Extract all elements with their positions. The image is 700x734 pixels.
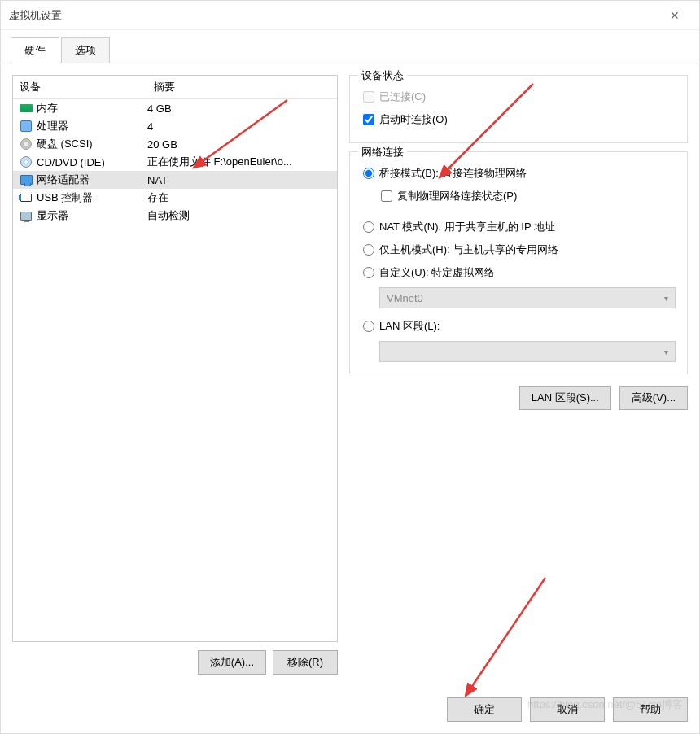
lan-label: LAN 区段(L):: [379, 319, 440, 334]
window-title: 虚拟机设置: [9, 8, 658, 23]
device-summary: 4 GB: [147, 103, 337, 115]
cancel-button[interactable]: 取消: [530, 697, 605, 722]
disk-icon: [18, 138, 34, 151]
device-summary: 20 GB: [147, 138, 337, 151]
usb-icon: [18, 191, 34, 204]
replicate-input[interactable]: [381, 190, 392, 202]
device-label: 网络适配器: [37, 173, 147, 187]
hostonly-radio[interactable]: 仅主机模式(H): 与主机共享的专用网络: [361, 238, 676, 261]
add-button[interactable]: 添加(A)...: [198, 650, 266, 675]
device-label: USB 控制器: [37, 190, 147, 205]
device-row-network[interactable]: 网络适配器 NAT: [13, 171, 337, 189]
device-summary: 正在使用文件 F:\openEuler\o...: [147, 155, 337, 169]
device-label: 显示器: [37, 208, 147, 223]
device-label: 处理器: [37, 119, 147, 133]
connect-on-start-input[interactable]: [363, 114, 374, 125]
close-icon: ✕: [670, 9, 680, 22]
network-connection-group: 网络连接 桥接模式(B): 直接连接物理网络 复制物理网络连接状态(P) NAT…: [349, 151, 688, 374]
custom-vmnet-value: VMnet0: [387, 292, 423, 304]
tab-hardware[interactable]: 硬件: [11, 37, 59, 63]
device-status-group: 设备状态 已连接(C) 启动时连接(O): [349, 75, 688, 143]
chevron-down-icon: ▾: [664, 347, 668, 356]
device-label: 内存: [37, 101, 147, 116]
bridged-input[interactable]: [363, 168, 374, 179]
device-table: 设备 摘要 内存 4 GB 处理器 4 硬盘 (SCSI) 20 GB: [12, 75, 338, 642]
hostonly-label: 仅主机模式(H): 与主机共享的专用网络: [379, 242, 558, 257]
device-summary: NAT: [147, 174, 337, 186]
advanced-button[interactable]: 高级(V)...: [619, 386, 688, 410]
custom-vmnet-select: VMnet0 ▾: [379, 287, 676, 308]
bridged-radio[interactable]: 桥接模式(B): 直接连接物理网络: [361, 162, 676, 185]
device-row-memory[interactable]: 内存 4 GB: [13, 99, 337, 117]
device-label: CD/DVD (IDE): [37, 156, 147, 168]
device-row-disk[interactable]: 硬盘 (SCSI) 20 GB: [13, 135, 337, 153]
ok-button[interactable]: 确定: [447, 697, 522, 722]
device-label: 硬盘 (SCSI): [37, 137, 147, 151]
custom-radio[interactable]: 自定义(U): 特定虚拟网络: [361, 261, 676, 284]
lan-radio[interactable]: LAN 区段(L):: [361, 315, 676, 338]
device-summary: 4: [147, 120, 337, 133]
connected-checkbox: 已连接(C): [361, 85, 676, 108]
group-title: 网络连接: [358, 145, 407, 159]
replicate-label: 复制物理网络连接状态(P): [397, 189, 517, 203]
hostonly-input[interactable]: [363, 244, 374, 256]
device-summary: 自动检测: [147, 208, 337, 223]
connect-on-start-checkbox[interactable]: 启动时连接(O): [361, 108, 676, 131]
tab-options[interactable]: 选项: [61, 37, 110, 63]
custom-input[interactable]: [363, 267, 374, 278]
device-row-usb[interactable]: USB 控制器 存在: [13, 189, 337, 207]
nat-radio[interactable]: NAT 模式(N): 用于共享主机的 IP 地址: [361, 216, 676, 238]
connected-input: [363, 91, 374, 103]
help-button[interactable]: 帮助: [613, 697, 688, 722]
col-header-device[interactable]: 设备: [13, 76, 147, 98]
col-header-summary[interactable]: 摘要: [147, 76, 337, 98]
nat-input[interactable]: [363, 221, 374, 233]
replicate-checkbox[interactable]: 复制物理网络连接状态(P): [379, 185, 676, 208]
connected-label: 已连接(C): [379, 90, 426, 104]
connect-on-start-label: 启动时连接(O): [379, 112, 448, 127]
nat-label: NAT 模式(N): 用于共享主机的 IP 地址: [379, 220, 555, 234]
lan-input[interactable]: [363, 321, 374, 332]
close-button[interactable]: ✕: [658, 1, 691, 29]
memory-icon: [18, 102, 34, 115]
device-row-cddvd[interactable]: CD/DVD (IDE) 正在使用文件 F:\openEuler\o...: [13, 153, 337, 171]
device-row-display[interactable]: 显示器 自动检测: [13, 207, 337, 225]
monitor-icon: [18, 209, 34, 222]
group-title: 设备状态: [358, 68, 407, 83]
cpu-icon: [18, 120, 34, 133]
network-icon: [18, 173, 34, 186]
chevron-down-icon: ▾: [664, 294, 668, 303]
bridged-label: 桥接模式(B): 直接连接物理网络: [379, 166, 527, 181]
lan-segments-button[interactable]: LAN 区段(S)...: [519, 386, 611, 410]
device-summary: 存在: [147, 190, 337, 205]
remove-button[interactable]: 移除(R): [273, 650, 338, 675]
cd-icon: [18, 155, 34, 168]
custom-label: 自定义(U): 特定虚拟网络: [379, 265, 495, 280]
device-row-cpu[interactable]: 处理器 4: [13, 117, 337, 135]
lan-segment-select: ▾: [379, 341, 676, 362]
